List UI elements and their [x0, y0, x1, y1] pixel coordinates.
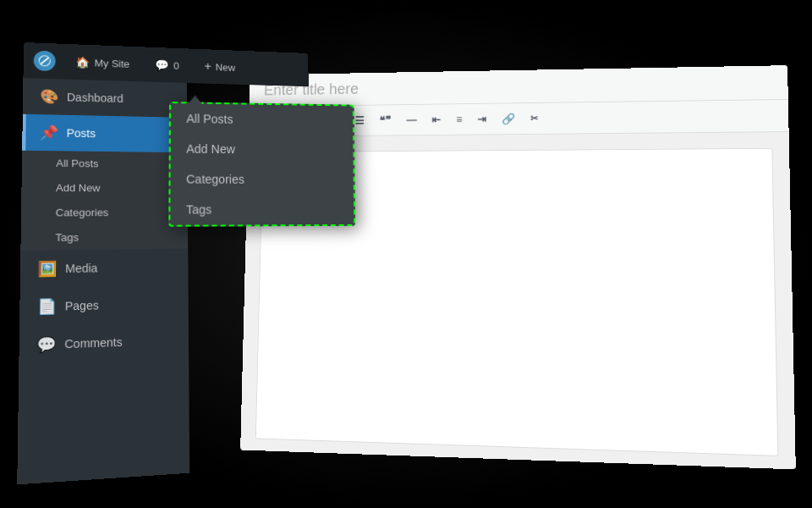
sidebar-item-pages[interactable]: 📄 Pages [19, 284, 189, 326]
sidebar-item-comments[interactable]: 💬 Comments [19, 322, 189, 365]
toolbar-quote[interactable]: ❝❞ [375, 111, 396, 129]
dropdown-categories[interactable]: Categories [171, 163, 354, 194]
dropdown-arrow [188, 96, 201, 104]
pages-label: Pages [65, 299, 99, 312]
sidebar-tags[interactable]: Tags [20, 224, 188, 251]
dropdown-all-posts[interactable]: All Posts [171, 103, 353, 135]
sidebar: 🎨 Dashboard 📌 Posts All Posts Add New Ca… [17, 78, 189, 484]
comments-icon: 💬 [36, 335, 56, 354]
new-dropdown: All Posts Add New Categories Tags [168, 102, 355, 227]
toolbar-hr[interactable]: — [402, 111, 421, 129]
sidebar-add-new[interactable]: Add New [21, 175, 188, 201]
new-button[interactable]: + New [198, 57, 242, 77]
toolbar-link[interactable]: 🔗 [497, 109, 519, 128]
pages-icon: 📄 [37, 297, 57, 316]
my-site-button[interactable]: 🏠 My Site [69, 52, 136, 73]
toolbar-align-left[interactable]: ⇤ [427, 110, 446, 129]
sidebar-item-posts[interactable]: 📌 Posts [22, 114, 187, 152]
my-site-label: My Site [95, 57, 130, 69]
toolbar-align-right[interactable]: ⇥ [473, 110, 491, 129]
toolbar-unlink[interactable]: ✂ [526, 110, 543, 127]
sidebar-item-media[interactable]: 🖼️ Media [20, 249, 189, 289]
sidebar-all-posts[interactable]: All Posts [22, 151, 188, 177]
toolbar-align-center[interactable]: ≡ [452, 110, 467, 129]
posts-submenu: All Posts Add New Categories Tags [20, 151, 188, 251]
new-label: New [216, 61, 236, 73]
posts-icon: 📌 [40, 124, 58, 141]
dashboard-label: Dashboard [67, 91, 123, 104]
scene: Enter title here B I ABC ≡ ☰ ❝❞ — ⇤ ≡ ⇥ … [0, 0, 812, 508]
media-label: Media [65, 262, 97, 275]
sidebar-categories[interactable]: Categories [21, 200, 188, 225]
comment-icon: 💬 [156, 58, 169, 71]
home-icon: 🏠 [75, 56, 90, 69]
wp-logo[interactable] [34, 51, 56, 72]
posts-label: Posts [67, 127, 96, 140]
plus-icon: + [204, 59, 211, 73]
sidebar-menu: 🎨 Dashboard 📌 Posts All Posts Add New Ca… [19, 78, 189, 365]
comments-label: Comments [64, 335, 122, 351]
dashboard-icon: 🎨 [40, 88, 58, 106]
dropdown-tags[interactable]: Tags [170, 195, 354, 225]
comments-count: 0 [173, 59, 179, 70]
media-icon: 🖼️ [37, 260, 57, 279]
dropdown-add-new[interactable]: Add New [171, 134, 354, 165]
comments-button[interactable]: 💬 0 [149, 55, 185, 75]
sidebar-item-dashboard[interactable]: 🎨 Dashboard [23, 78, 187, 118]
